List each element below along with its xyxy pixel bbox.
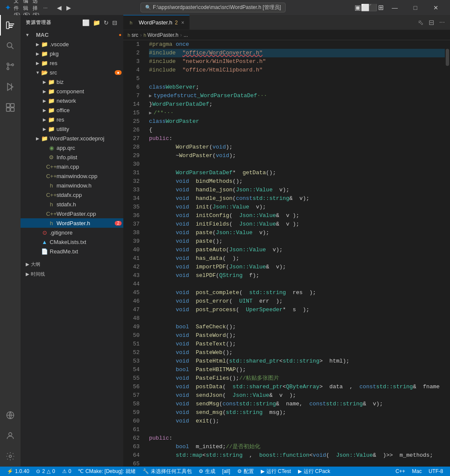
status-cpp[interactable]: C++ — [392, 467, 409, 476]
minimize-btn[interactable]: — — [385, 0, 405, 15]
status-errors[interactable]: ⊙ 2 △ 0 — [33, 467, 58, 476]
activity-run[interactable] — [0, 77, 21, 97]
sidebar-item-component[interactable]: ▶ 📁 component — [21, 86, 123, 96]
line-num: 46 — [123, 297, 145, 306]
sidebar-item-cmakelists[interactable]: ▲ CMakeLists.txt — [21, 237, 123, 247]
sidebar-item-info-plist[interactable]: ⚙ Info.plist — [21, 152, 123, 162]
layout-btn3[interactable]: ⬛ — [370, 4, 376, 11]
nav-back-btn[interactable]: ◀ — [56, 4, 63, 11]
sidebar-mac-label[interactable]: ▼ MAC ● — [21, 30, 123, 39]
split-editor-btn[interactable]: ⊟ — [427, 18, 436, 27]
breadcrumb-file[interactable]: h WordPaster.h — [143, 32, 179, 38]
code-line: void PasteFiles();//粘贴多张图片 — [149, 374, 445, 383]
sidebar-header: 资源管理器 ⬜ 📁 ↻ ⊟ — [21, 15, 123, 30]
sidebar-item-xcodeproj[interactable]: ▶ 📁 WordPaster.xcodeproj — [21, 134, 123, 143]
line-num: 49 — [123, 323, 145, 331]
status-all[interactable]: [all] — [219, 467, 234, 476]
status-encoding[interactable]: UTF-8 — [425, 467, 447, 476]
code-line: WordPaster(void); — [149, 143, 445, 152]
line-num: 58 — [123, 400, 145, 408]
sidebar-item-main-cpp[interactable]: C++ main.cpp — [21, 162, 123, 171]
layout-btn4[interactable]: ⊞ — [377, 4, 384, 11]
status-problems[interactable]: ⚠ 0 — [59, 467, 75, 476]
status-run-ctest[interactable]: ▶ 运行 CTest — [257, 467, 295, 476]
refresh-btn[interactable]: ↻ — [103, 18, 110, 27]
more-actions-btn[interactable]: ··· — [438, 18, 447, 27]
sidebar-item-readme[interactable]: 📄 ReadMe.txt — [21, 247, 123, 256]
svg-rect-0 — [6, 22, 9, 29]
timeline-section[interactable]: ▶ 时间线 — [21, 269, 123, 279]
sidebar-item-stdafx-cpp[interactable]: C++ stdafx.cpp — [21, 190, 123, 199]
sidebar-item-src[interactable]: ▼ 📂 src ● — [21, 68, 123, 77]
code-line: void send_msg(std::string msg); — [149, 408, 445, 417]
code-line: class WebServer; — [149, 83, 445, 92]
sidebar-item-mainwindow-cpp[interactable]: C++ mainwindow.cpp — [21, 171, 123, 181]
tab-wordpaster-h[interactable]: h WordPaster.h 2 × — [123, 15, 190, 30]
sidebar-item-wordpaster-h[interactable]: h WordPaster.h 2 — [21, 218, 123, 228]
close-btn[interactable]: ✕ — [426, 0, 446, 15]
maximize-btn[interactable]: □ — [405, 0, 425, 15]
nav-forward-btn[interactable]: ▶ — [65, 4, 72, 11]
mac-expand-icon: ▼ — [24, 31, 31, 38]
code-line: { — [149, 126, 445, 134]
activity-search[interactable] — [0, 36, 21, 56]
more-menu[interactable]: ··· — [42, 4, 49, 11]
breadcrumb-more[interactable]: ... — [184, 32, 188, 38]
open-editors-btn[interactable]: ⬁ — [416, 18, 425, 27]
sidebar-item-label: WordPaster.h — [57, 220, 115, 226]
h-file-icon: h — [48, 220, 55, 226]
sidebar-item-vscode[interactable]: ▶ 📁 .vscode — [21, 39, 123, 49]
git-icon: ⚡ — [7, 468, 13, 474]
editor-content: 1 2 3 4 5 6 7 14 15 25 26 27 28 29 30 31… — [123, 40, 450, 467]
sidebar-item-utility[interactable]: ▶ 📁 utility — [21, 124, 123, 134]
code-line: #pragma once — [149, 40, 445, 49]
line-num: 56 — [123, 383, 145, 391]
layout-toggle-btn[interactable]: ▣ — [354, 4, 361, 11]
tab-close-btn[interactable]: × — [180, 19, 185, 27]
sidebar-item-label: res — [57, 116, 122, 123]
status-git-branch[interactable]: ⚡ 1.0.40 — [3, 467, 33, 476]
line-num: 14 — [123, 100, 145, 109]
activity-remote[interactable] — [0, 405, 21, 425]
line-num: 63 — [123, 443, 145, 451]
sidebar-item-mainwindow-h[interactable]: h mainwindow.h — [21, 181, 123, 190]
activity-source-control[interactable] — [0, 56, 21, 77]
new-folder-btn[interactable]: 📁 — [92, 18, 101, 27]
svg-point-16 — [9, 433, 12, 436]
status-build[interactable]: ⚙ 生成 — [195, 467, 219, 476]
sidebar-actions: ⬜ 📁 ↻ ⊟ — [81, 18, 118, 27]
line-num: 5 — [123, 74, 145, 83]
activity-extensions[interactable] — [0, 97, 21, 118]
scrollbar-track[interactable] — [445, 40, 450, 467]
layout-btn2[interactable]: ⬜ — [362, 4, 369, 11]
new-file-btn[interactable]: ⬜ — [81, 18, 90, 27]
edit-menu[interactable]: 编辑(E) — [23, 4, 30, 11]
status-configure[interactable]: ⚙ 配置 — [234, 467, 257, 476]
sidebar-item-biz[interactable]: ▶ 📁 biz — [21, 77, 123, 86]
status-mac[interactable]: Mac — [408, 467, 425, 476]
sidebar-item-stdafx-h[interactable]: h stdafx.h — [21, 199, 123, 209]
main-layout: 资源管理器 ⬜ 📁 ↻ ⊟ ▼ MAC ● ▶ 📁 .vscode ▶ — [0, 15, 450, 467]
outline-section[interactable]: ▶ 大纲 — [21, 259, 123, 269]
sidebar-item-res-src[interactable]: ▶ 📁 res — [21, 115, 123, 124]
select-menu[interactable]: 选择(S) — [33, 4, 39, 11]
code-editor[interactable]: #pragma once #include "office/WordConver… — [145, 40, 445, 467]
activity-settings[interactable] — [0, 446, 21, 467]
sidebar-item-network[interactable]: ▶ 📁 network — [21, 96, 123, 105]
sidebar-item-office[interactable]: ▶ 📁 office — [21, 105, 123, 115]
collapse-all-btn[interactable]: ⊟ — [111, 18, 118, 27]
titlebar-path-display[interactable]: 🔍 F:\apps\wordpaster\code\mac\src\WordPa… — [140, 3, 286, 12]
status-run-cpack[interactable]: ▶ 运行 CPack — [295, 467, 334, 476]
status-no-kit[interactable]: 🔧 未选择任何工具包 — [139, 467, 195, 476]
file-menu[interactable]: 文件(F) — [14, 4, 21, 11]
breadcrumb-src[interactable]: h src — [128, 32, 138, 38]
scrollbar-thumb[interactable] — [446, 49, 449, 66]
activity-explorer[interactable] — [0, 15, 21, 36]
sidebar-item-gitignore[interactable]: ⊙ .gitignore — [21, 228, 123, 237]
activity-accounts[interactable] — [0, 425, 21, 446]
status-cmake-debug[interactable]: ℃ CMake: [Debug]: 就绪 — [75, 467, 139, 476]
sidebar-item-wordpaster-cpp[interactable]: C++ WordPaster.cpp — [21, 209, 123, 218]
sidebar-item-res-top[interactable]: ▶ 📁 res — [21, 58, 123, 68]
sidebar-item-pkg[interactable]: ▶ 📁 pkg — [21, 49, 123, 58]
sidebar-item-app-qrc[interactable]: ◉ app.qrc — [21, 143, 123, 152]
